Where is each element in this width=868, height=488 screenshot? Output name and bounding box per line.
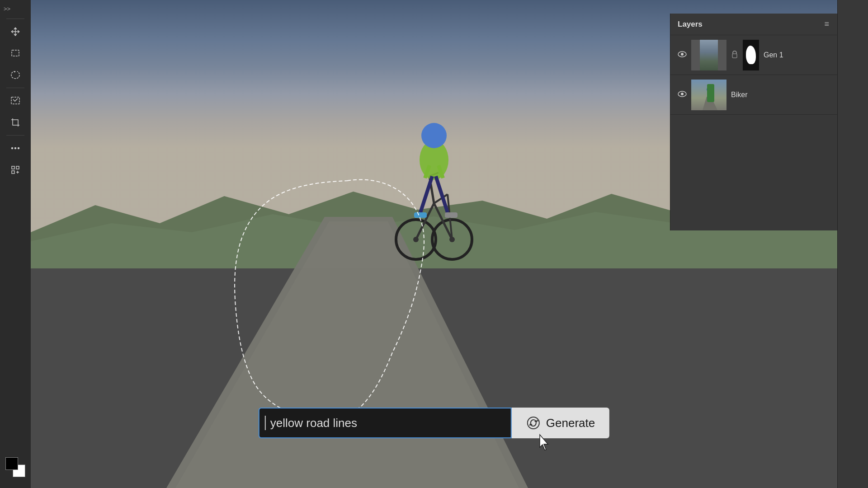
lasso-tool[interactable] — [5, 65, 25, 85]
layer-visibility-gen1[interactable] — [678, 50, 687, 60]
svg-point-33 — [681, 93, 684, 95]
layers-panel-title: Layers — [678, 20, 703, 29]
layer-name-gen1: Gen 1 — [764, 51, 830, 59]
layer-thumbnail-biker — [691, 80, 726, 110]
canvas-area: Generate Layers ≡ — [31, 0, 837, 488]
svg-rect-30 — [732, 54, 737, 58]
svg-point-2 — [12, 148, 13, 149]
color-swatches[interactable] — [5, 457, 25, 477]
prompt-input[interactable] — [270, 416, 505, 430]
misc-tools-btn[interactable] — [5, 138, 25, 158]
layer-mask-gen1 — [743, 40, 759, 70]
svg-point-27 — [528, 417, 539, 429]
right-panel — [837, 0, 868, 488]
layer-item-biker[interactable]: Biker — [670, 75, 837, 115]
prompt-input-wrapper[interactable] — [259, 408, 512, 438]
layer-visibility-biker[interactable] — [678, 90, 687, 99]
transform-tool[interactable] — [5, 160, 25, 180]
layer-thumb-photo — [700, 40, 718, 70]
sparkle-refresh-icon — [526, 416, 541, 430]
svg-point-4 — [18, 148, 19, 149]
svg-rect-36 — [708, 91, 710, 97]
svg-rect-31 — [743, 48, 759, 62]
marquee-tool[interactable] — [5, 43, 25, 63]
layers-panel: Layers ≡ — [670, 14, 837, 230]
layer-chain-icon — [731, 50, 738, 61]
text-cursor — [265, 416, 266, 430]
layer-item-gen1[interactable]: Gen 1 — [670, 35, 837, 75]
toolbar: >> — [0, 0, 31, 488]
svg-point-29 — [681, 53, 684, 56]
svg-point-3 — [15, 148, 16, 149]
generate-button[interactable]: Generate — [512, 408, 609, 438]
layers-menu-icon[interactable]: ≡ — [824, 19, 830, 29]
object-select-tool[interactable] — [5, 91, 25, 111]
toolbar-collapse-btn[interactable]: >> — [0, 4, 31, 14]
layers-panel-header: Layers ≡ — [670, 14, 837, 35]
foreground-color-swatch[interactable] — [5, 457, 18, 470]
crop-tool[interactable] — [5, 113, 25, 132]
layer-name-biker: Biker — [731, 91, 830, 99]
contextual-bar: Generate — [259, 408, 609, 438]
toolbar-divider-3 — [6, 135, 24, 136]
generate-label: Generate — [546, 416, 595, 430]
layer-thumbnail-gen1 — [691, 40, 726, 70]
toolbar-divider-top — [6, 19, 24, 19]
move-tool[interactable] — [5, 22, 25, 42]
svg-rect-0 — [12, 50, 19, 56]
toolbar-divider-2 — [6, 88, 24, 88]
svg-point-37 — [707, 87, 711, 92]
